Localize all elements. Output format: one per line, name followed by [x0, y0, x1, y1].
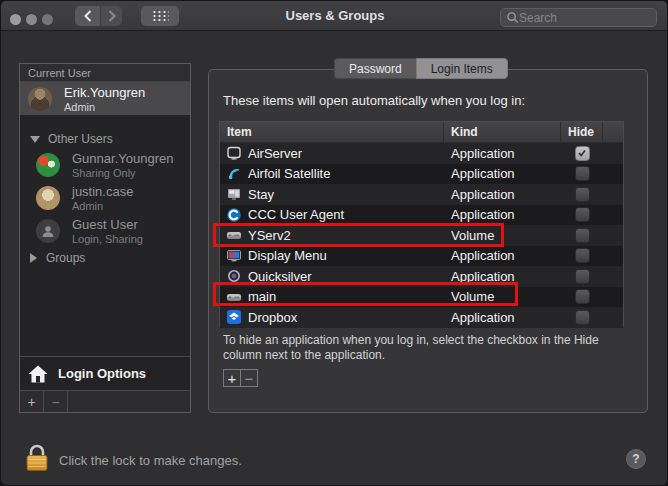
avatar: [36, 219, 60, 243]
lock-hint-text: Click the lock to make changes.: [59, 453, 242, 468]
window-close-button[interactable]: [10, 14, 21, 25]
item-kind: Application: [444, 310, 561, 325]
airserver-icon: [226, 145, 242, 161]
sidebar-item-guest-user[interactable]: Guest User Login, Sharing: [20, 214, 190, 247]
user-name: Guest User: [72, 217, 143, 232]
toolbar: Users & Groups: [1, 1, 668, 31]
person-silhouette-icon: [40, 223, 56, 239]
user-role: Admin: [72, 200, 133, 212]
hide-checkbox[interactable]: [575, 228, 590, 243]
user-role: Admin: [64, 101, 145, 113]
show-all-button[interactable]: [141, 6, 179, 26]
item-name: Stay: [248, 187, 274, 202]
hide-checkbox[interactable]: [575, 248, 590, 263]
highlight-box-yserv2: [213, 223, 504, 247]
hide-checkbox[interactable]: [575, 289, 590, 304]
add-login-item-button[interactable]: +: [223, 369, 241, 387]
login-items-add-remove: + −: [223, 369, 258, 387]
hide-checkbox[interactable]: [575, 269, 590, 284]
column-header-kind[interactable]: Kind: [444, 122, 561, 142]
sidebar-bottom-bar: + −: [20, 390, 190, 412]
hide-checkbox[interactable]: [575, 207, 590, 222]
help-button[interactable]: ?: [626, 449, 646, 469]
table-row-airserver[interactable]: AirServer Application: [220, 143, 623, 164]
sidebar-item-gunnar-youngren[interactable]: Gunnar.Youngren Sharing Only: [20, 148, 190, 181]
column-header-hide[interactable]: Hide: [561, 122, 603, 142]
avatar: [28, 87, 52, 111]
back-button[interactable]: [75, 6, 100, 26]
hide-checkbox[interactable]: [575, 166, 590, 181]
checkmark-icon: [577, 148, 587, 158]
airfoil-satellite-icon: [226, 166, 242, 182]
remove-user-button[interactable]: −: [44, 391, 68, 412]
table-row-ccc-user-agent[interactable]: CCC User Agent Application: [220, 205, 623, 226]
tab-password[interactable]: Password: [334, 58, 416, 79]
avatar: [36, 186, 60, 210]
column-header-item[interactable]: Item: [220, 122, 444, 142]
table-row-stay[interactable]: Stay Application: [220, 184, 623, 205]
hide-checkbox[interactable]: [575, 146, 590, 161]
sidebar-item-justin-case[interactable]: justin.case Admin: [20, 181, 190, 214]
user-role: Sharing Only: [72, 167, 173, 179]
avatar: [36, 153, 60, 177]
tab-login-items[interactable]: Login Items: [416, 58, 508, 79]
user-list-sidebar: Current User Erik.Youngren Admin Other U…: [19, 63, 191, 413]
ccc-user-agent-icon: [226, 207, 242, 223]
lock-icon[interactable]: [23, 443, 51, 477]
column-header-spacer: [603, 122, 623, 142]
disclosure-triangle-closed-icon[interactable]: [30, 253, 37, 263]
window-minimize-button[interactable]: [26, 14, 37, 25]
item-name: CCC User Agent: [248, 207, 344, 222]
search-field[interactable]: [500, 8, 657, 27]
grid-icon: [152, 10, 169, 22]
hide-checkbox[interactable]: [575, 187, 590, 202]
home-icon: [28, 365, 48, 383]
users-and-groups-window: Users & Groups Current User Erik.Youngre…: [0, 0, 668, 486]
sidebar-item-erik-youngren[interactable]: Erik.Youngren Admin: [20, 82, 190, 115]
user-name: Gunnar.Youngren: [72, 151, 173, 166]
item-kind: Application: [444, 146, 561, 161]
item-name: Dropbox: [248, 310, 297, 325]
window-zoom-button[interactable]: [42, 14, 53, 25]
remove-login-item-button[interactable]: −: [240, 369, 258, 387]
current-user-header: Current User: [20, 64, 190, 82]
search-input[interactable]: [519, 11, 651, 25]
chevron-right-icon: [108, 10, 116, 22]
tab-bar: Password Login Items: [334, 58, 508, 79]
display-menu-icon: [226, 248, 242, 264]
item-kind: Application: [444, 207, 561, 222]
hide-hint-text: To hide an application when you log in, …: [223, 333, 619, 363]
dropbox-icon: [226, 309, 242, 325]
chevron-left-icon: [84, 10, 92, 22]
item-name: Display Menu: [248, 248, 327, 263]
intro-text: These items will open automatically when…: [223, 93, 525, 108]
item-kind: Application: [444, 166, 561, 181]
table-header: Item Kind Hide: [220, 122, 623, 143]
user-role: Login, Sharing: [72, 233, 143, 245]
sidebar-item-groups[interactable]: Groups: [20, 249, 190, 267]
search-icon: [506, 11, 519, 24]
user-name: Erik.Youngren: [64, 85, 145, 100]
add-user-button[interactable]: +: [20, 391, 44, 412]
item-name: Airfoil Satellite: [248, 166, 330, 181]
nav-buttons: [75, 6, 122, 26]
user-name: justin.case: [72, 184, 133, 199]
forward-button[interactable]: [100, 6, 122, 26]
table-row-dropbox[interactable]: Dropbox Application: [220, 307, 623, 328]
highlight-box-main: [213, 282, 518, 306]
hide-checkbox[interactable]: [575, 310, 590, 325]
table-row-airfoil-satellite[interactable]: Airfoil Satellite Application: [220, 164, 623, 185]
item-kind: Application: [444, 248, 561, 263]
sidebar-item-login-options[interactable]: Login Options: [20, 356, 190, 390]
disclosure-triangle-open-icon[interactable]: [30, 136, 40, 143]
table-row-display-menu[interactable]: Display Menu Application: [220, 246, 623, 267]
other-users-header[interactable]: Other Users: [20, 130, 190, 148]
stay-icon: [226, 186, 242, 202]
item-name: AirServer: [248, 146, 302, 161]
item-kind: Application: [444, 187, 561, 202]
